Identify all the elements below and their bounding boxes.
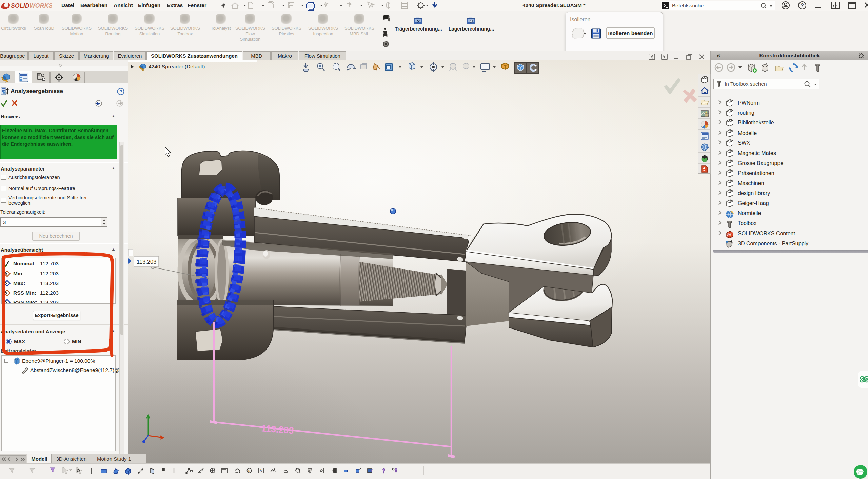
svg-text:Magnetic Mates: Magnetic Mates <box>738 150 776 156</box>
svg-text:Maschinen: Maschinen <box>738 180 764 186</box>
svg-text:Präsentationen: Präsentationen <box>738 170 774 176</box>
svg-text:SW: SW <box>727 233 731 236</box>
svg-text:N: N <box>248 469 250 472</box>
svg-text:?: ? <box>119 89 122 94</box>
svg-text:?: ? <box>801 3 804 8</box>
svg-text:SWX: SWX <box>738 140 750 146</box>
svg-text:design library: design library <box>738 190 770 196</box>
svg-text:routing: routing <box>738 110 754 116</box>
svg-text:3D Components - PartSupply: 3D Components - PartSupply <box>738 241 808 246</box>
svg-text:A: A <box>260 469 262 473</box>
svg-text:Bibliotheksteile: Bibliotheksteile <box>738 120 774 125</box>
svg-text:Toolbox: Toolbox <box>738 220 756 226</box>
svg-text:113.203: 113.203 <box>261 423 294 436</box>
svg-text:Geiger-Haag: Geiger-Haag <box>738 200 769 206</box>
svg-text:SOLIDWORKS: SOLIDWORKS <box>11 2 52 9</box>
svg-text:Modelle: Modelle <box>738 130 757 136</box>
svg-text:PWNorm: PWNorm <box>738 100 760 106</box>
svg-text:Grosse Baugruppe: Grosse Baugruppe <box>738 160 783 166</box>
svg-text:113.203: 113.203 <box>137 259 156 265</box>
svg-text:SOLIDWORKS Content: SOLIDWORKS Content <box>738 231 795 236</box>
svg-text:Normteile: Normteile <box>738 210 761 216</box>
